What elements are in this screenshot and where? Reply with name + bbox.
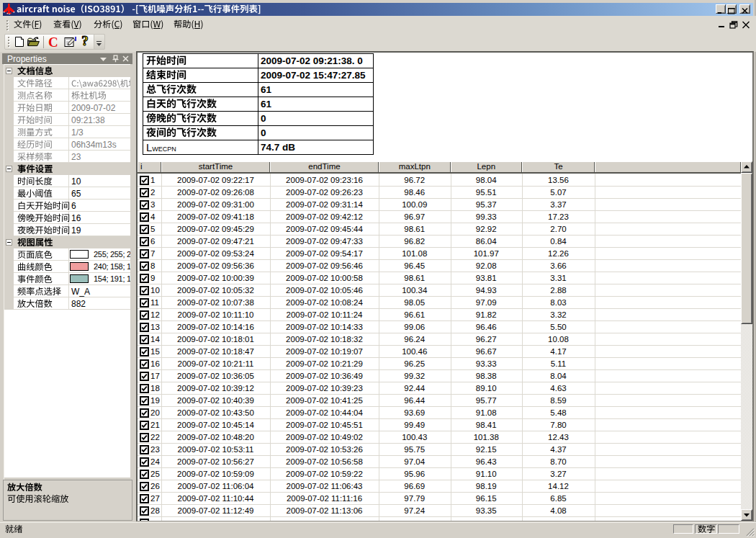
svg-text:?: ?	[81, 35, 89, 48]
